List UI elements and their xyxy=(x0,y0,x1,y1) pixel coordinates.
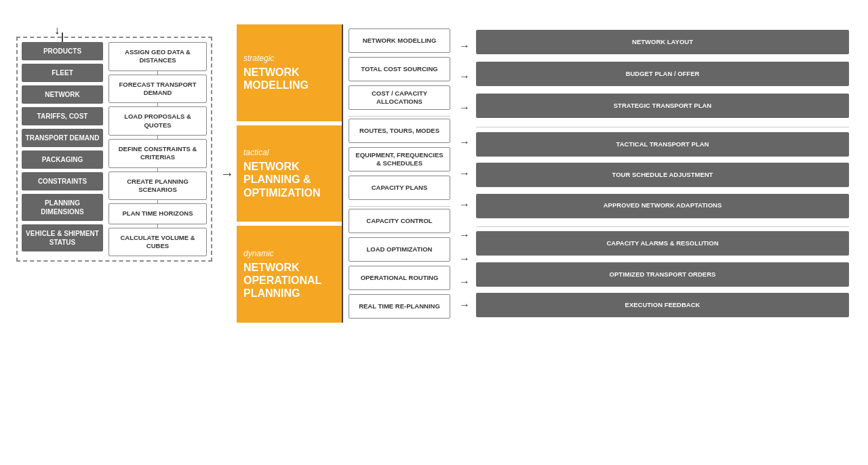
block-title-label: NETWORK PLANNING & OPTIMIZATION xyxy=(243,160,335,199)
col-steps: ASSIGN GEO DATA & DISTANCESFORECAST TRAN… xyxy=(108,42,207,256)
output-section-divider xyxy=(476,226,849,227)
section-arrow: → xyxy=(459,277,470,287)
input-item: PACKAGING xyxy=(22,150,103,169)
output-item: APPROVED NETWORK ADAPTATIONS xyxy=(476,194,849,218)
output-item: STRATEGIC TRANSPORT PLAN xyxy=(476,94,849,118)
sub-item: NETWORK MODELLING xyxy=(349,28,450,53)
sub-item: OPERATIONAL ROUTING xyxy=(349,266,450,290)
col-output: NETWORK LAYOUTBUDGET PLAN / OFFERSTRATEG… xyxy=(473,24,852,323)
step-item: FORECAST TRANSPORT DEMAND xyxy=(108,75,207,104)
step-item: CALCULATE VOLUME & CUBES xyxy=(108,228,207,257)
sub-item: CAPACITY CONTROL xyxy=(349,209,450,233)
sub-item: CAPACITY PLANS xyxy=(349,176,450,200)
top-down-arrow: ↓ xyxy=(16,24,98,37)
step-item: DEFINE CONSTRAINTS & CRITERIAS xyxy=(108,139,207,168)
input-item: PRODUCTS xyxy=(22,42,103,60)
section-arrow: → xyxy=(459,168,470,179)
output-item: TOUR SCHEDULE ADJUSTMENT xyxy=(476,163,849,187)
sub-section: CAPACITY CONTROLLOAD OPTIMIZATIONOPERATI… xyxy=(343,204,456,323)
section-arrow: → xyxy=(459,230,470,241)
sub-item: TOTAL COST SOURCING xyxy=(349,57,450,81)
output-section: NETWORK LAYOUTBUDGET PLAN / OFFERSTRATEG… xyxy=(473,24,852,124)
step-item: PLAN TIME HORIZONS xyxy=(108,203,207,224)
section-arrow: → xyxy=(459,254,470,264)
input-item: FLEET xyxy=(22,64,103,82)
input-item: TARIFFS, COST xyxy=(22,107,103,125)
block-title-label: NETWORK MODELLING xyxy=(243,66,335,92)
inputs-steps-group: PRODUCTSFLEETNETWORKTARIFFS, COSTTRANSPO… xyxy=(16,37,212,262)
section-arrow: → xyxy=(459,137,470,148)
step-item: CREATE PLANNING SCENARIOS xyxy=(108,171,207,201)
output-section: CAPACITY ALARMS & RESOLUTIONOPTIMIZED TR… xyxy=(473,223,852,323)
sub-section: NETWORK MODELLINGTOTAL COST SOURCINGCOST… xyxy=(343,24,456,114)
output-section-divider xyxy=(476,127,849,127)
sub-item: EQUIPMENT, FREQUENCIES & SCHEDULES xyxy=(349,147,450,171)
output-item: BUDGET PLAN / OFFER xyxy=(476,62,849,86)
right-combined: NETWORK MODELLINGTOTAL COST SOURCINGCOST… xyxy=(342,24,852,323)
input-item: TRANSPORT DEMAND xyxy=(22,129,103,147)
sub-section: ROUTES, TOURS, MODESEQUIPMENT, FREQUENCI… xyxy=(343,114,456,204)
step-item: ASSIGN GEO DATA & DISTANCES xyxy=(108,42,207,71)
col-center: strategicNETWORK MODELLINGtacticalNETWOR… xyxy=(237,24,342,323)
input-item: PLANNING DIMENSIONS xyxy=(22,194,103,221)
col-inputs: PRODUCTSFLEETNETWORKTARIFFS, COSTTRANSPO… xyxy=(22,42,103,256)
section-arrow: → xyxy=(459,102,470,113)
section-arrow: → xyxy=(459,300,470,310)
block-type-label: dynamic xyxy=(243,249,274,258)
sub-item: COST / CAPACITY ALLOCATIONS xyxy=(349,85,450,110)
sub-item: REAL TIME RE-PLANNING xyxy=(349,294,450,319)
col-arrows: →→→→→→→→→→ xyxy=(456,24,473,323)
center-block: dynamicNETWORK OPERATIONAL PLANNING xyxy=(237,226,342,323)
center-block: tacticalNETWORK PLANNING & OPTIMIZATION xyxy=(237,125,342,222)
section-arrow: → xyxy=(459,71,470,82)
main-right-arrow: → xyxy=(218,24,237,323)
section-arrow: → xyxy=(459,41,470,52)
block-type-label: tactical xyxy=(243,148,269,157)
input-item: NETWORK xyxy=(22,85,103,104)
output-item: EXECUTION FEEDBACK xyxy=(476,293,849,317)
input-item: VEHICLE & SHIPMENT STATUS xyxy=(22,224,103,251)
output-item: NETWORK LAYOUT xyxy=(476,30,849,54)
section-arrow: → xyxy=(459,199,470,210)
output-item: CAPACITY ALARMS & RESOLUTION xyxy=(476,231,849,256)
step-item: LOAD PROPOSALS & QUOTES xyxy=(108,106,207,136)
block-type-label: strategic xyxy=(243,54,274,63)
input-item: CONSTRAINTS xyxy=(22,172,103,190)
output-section: TACTICAL TRANSPORT PLANTOUR SCHEDULE ADJ… xyxy=(473,124,852,224)
col-sub: NETWORK MODELLINGTOTAL COST SOURCINGCOST… xyxy=(342,24,456,323)
sub-item: LOAD OPTIMIZATION xyxy=(349,237,450,262)
sub-item: ROUTES, TOURS, MODES xyxy=(349,119,450,143)
block-title-label: NETWORK OPERATIONAL PLANNING xyxy=(243,261,335,300)
diagram: ↓ PRODUCTSFLEETNETWORKTARIFFS, COSTTRANS… xyxy=(16,24,852,323)
center-block: strategicNETWORK MODELLING xyxy=(237,24,342,121)
output-item: TACTICAL TRANSPORT PLAN xyxy=(476,132,849,157)
output-item: OPTIMIZED TRANSPORT ORDERS xyxy=(476,262,849,287)
sub-section-divider xyxy=(349,206,450,207)
sub-section-divider xyxy=(349,116,450,117)
